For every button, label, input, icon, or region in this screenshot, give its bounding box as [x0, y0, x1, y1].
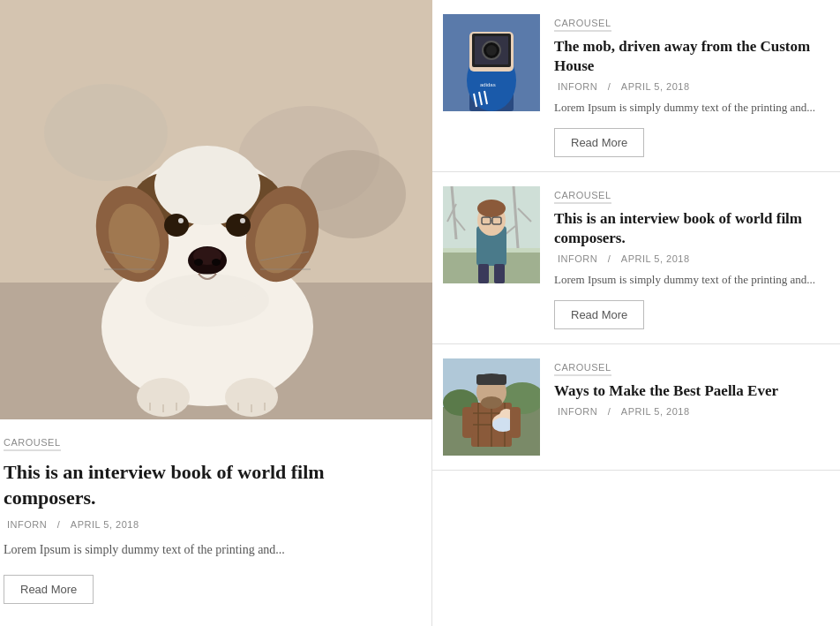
right-item-2-meta: INFORN / APRIL 5, 2018 [554, 253, 826, 264]
right-item-2-body: CAROUSEL This is an interview book of wo… [554, 186, 826, 329]
left-article-content: CAROUSEL This is an interview book of wo… [0, 419, 431, 618]
right-item-3-author: INFORN [558, 406, 597, 417]
right-item-3-body: CAROUSEL Ways to Make the Best Paella Ev… [554, 358, 826, 424]
left-read-more-button[interactable]: Read More [4, 575, 94, 604]
right-item-1-excerpt: Lorem Ipsum is simply dummy text of the … [554, 99, 826, 117]
right-item-2-category: CAROUSEL [554, 190, 611, 204]
left-category-tag: CAROUSEL [4, 437, 61, 451]
svg-point-21 [212, 259, 221, 266]
left-meta-separator: / [57, 519, 61, 530]
right-item-2-title: This is an interview book of world film … [554, 209, 826, 248]
right-item-1-author: INFORN [558, 81, 597, 92]
left-author: INFORN [7, 519, 47, 530]
right-item-3: CAROUSEL Ways to Make the Best Paella Ev… [432, 344, 840, 471]
right-item-2-date: APRIL 5, 2018 [621, 253, 690, 264]
right-item-2-thumbnail [443, 186, 540, 283]
svg-point-17 [240, 218, 245, 223]
right-item-1-category: CAROUSEL [554, 18, 611, 32]
right-item-3-category: CAROUSEL [554, 362, 611, 376]
right-column: adidas CAROUSEL The mob, driven away fro… [432, 0, 840, 626]
left-meta: INFORN / APRIL 5, 2018 [4, 519, 417, 530]
right-item-2-author: INFORN [558, 253, 597, 264]
svg-point-14 [164, 214, 189, 237]
right-item-1: adidas CAROUSEL The mob, driven away fro… [432, 0, 840, 172]
svg-point-16 [178, 218, 184, 223]
right-item-3-title: Ways to Make the Best Paella Ever [554, 381, 826, 401]
svg-point-4 [44, 84, 168, 181]
svg-point-42 [486, 45, 497, 56]
left-article-title: This is an interview book of world film … [4, 460, 417, 510]
right-item-1-title: The mob, driven away from the Custom Hou… [554, 37, 826, 76]
left-date: APRIL 5, 2018 [71, 519, 139, 530]
svg-point-15 [226, 214, 251, 237]
svg-rect-77 [476, 374, 506, 385]
right-item-1-meta: INFORN / APRIL 5, 2018 [554, 81, 826, 92]
svg-rect-82 [462, 407, 473, 438]
featured-image [0, 0, 432, 419]
right-item-1-read-more-button[interactable]: Read More [554, 128, 644, 157]
left-column: CAROUSEL This is an interview book of wo… [0, 0, 432, 626]
svg-point-30 [146, 274, 269, 327]
right-item-1-thumbnail: adidas [443, 14, 540, 111]
left-excerpt: Lorem Ipsum is simply dummy text of the … [4, 540, 417, 560]
svg-point-20 [194, 259, 203, 266]
svg-rect-63 [494, 264, 505, 283]
right-item-3-thumbnail [443, 358, 540, 456]
svg-point-9 [154, 146, 260, 225]
right-item-2: CAROUSEL This is an interview book of wo… [432, 172, 840, 344]
right-item-3-date: APRIL 5, 2018 [621, 406, 690, 417]
svg-rect-83 [510, 407, 521, 438]
svg-point-78 [481, 396, 502, 409]
svg-rect-62 [478, 264, 489, 283]
right-item-2-excerpt: Lorem Ipsum is simply dummy text of the … [554, 271, 826, 290]
svg-text:adidas: adidas [480, 82, 496, 87]
right-item-1-body: CAROUSEL The mob, driven away from the C… [554, 14, 826, 157]
right-item-2-read-more-button[interactable]: Read More [554, 300, 644, 329]
right-item-1-date: APRIL 5, 2018 [621, 81, 690, 92]
svg-point-58 [477, 200, 506, 217]
right-item-3-meta: INFORN / APRIL 5, 2018 [554, 406, 826, 417]
